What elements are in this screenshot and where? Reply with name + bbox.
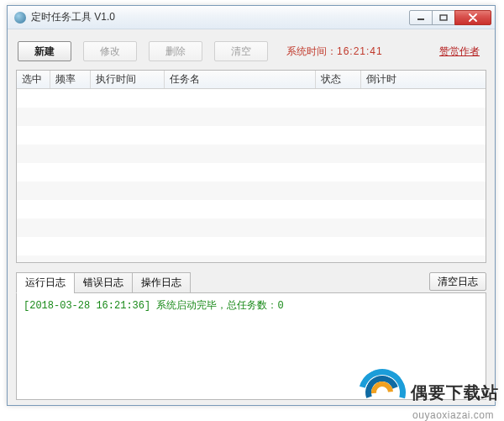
close-icon [468,13,478,22]
clear-log-button[interactable]: 清空日志 [429,272,486,291]
log-area: 运行日志 错误日志 操作日志 清空日志 [2018-03-28 16:21:36… [16,271,486,400]
tab-run-log[interactable]: 运行日志 [16,272,75,293]
tab-op-log[interactable]: 操作日志 [132,272,191,293]
maximize-icon [439,14,448,21]
log-tabs-row: 运行日志 错误日志 操作日志 清空日志 [16,271,486,292]
log-box[interactable]: [2018-03-28 16:21:36] 系统启动完毕，总任务数：0 [16,292,486,400]
log-tabs: 运行日志 错误日志 操作日志 [16,272,190,293]
col-countdown[interactable]: 倒计时 [361,71,486,88]
grid-header: 选中 频率 执行时间 任务名 状态 倒计时 [17,71,486,89]
task-grid[interactable]: 选中 频率 执行时间 任务名 状态 倒计时 [16,70,486,263]
col-exectime[interactable]: 执行时间 [91,71,165,88]
toolbar: 新建 修改 删除 清空 系统时间：16:21:41 赞赏作者 [13,34,490,70]
col-status[interactable]: 状态 [316,71,361,88]
col-freq[interactable]: 频率 [50,71,91,88]
log-message: 系统启动完毕，总任务数：0 [150,300,283,312]
minimize-button[interactable] [409,10,433,25]
sponsor-link[interactable]: 赞赏作者 [439,45,480,59]
edit-button: 修改 [83,41,137,61]
tab-error-log[interactable]: 错误日志 [74,272,133,293]
watermark-url: ouyaoxiazai.com [412,409,494,421]
minimize-icon [417,14,425,21]
titlebar: 定时任务工具 V1.0 [8,6,495,29]
close-button[interactable] [454,10,491,25]
system-time-label: 系统时间： [286,45,337,57]
clear-button: 清空 [214,41,268,61]
app-window: 定时任务工具 V1.0 新建 修改 删除 清空 系统时间：16:21:41 赞赏… [7,5,496,406]
new-button[interactable]: 新建 [18,41,71,61]
window-buttons [410,10,491,25]
svg-rect-0 [417,18,424,20]
grid-body[interactable] [17,89,486,262]
app-icon [14,12,26,24]
svg-rect-1 [440,15,447,20]
col-taskname[interactable]: 任务名 [165,71,316,88]
col-checked[interactable]: 选中 [17,71,50,88]
system-time-value: 16:21:41 [337,45,383,57]
window-title: 定时任务工具 V1.0 [31,10,410,24]
system-time: 系统时间：16:21:41 [286,45,383,59]
log-timestamp: [2018-03-28 16:21:36] [24,300,150,312]
delete-button: 删除 [149,41,202,61]
log-line: [2018-03-28 16:21:36] 系统启动完毕，总任务数：0 [24,298,479,313]
client-area: 新建 修改 删除 清空 系统时间：16:21:41 赞赏作者 选中 频率 执行时… [13,34,490,400]
maximize-button[interactable] [432,10,455,25]
